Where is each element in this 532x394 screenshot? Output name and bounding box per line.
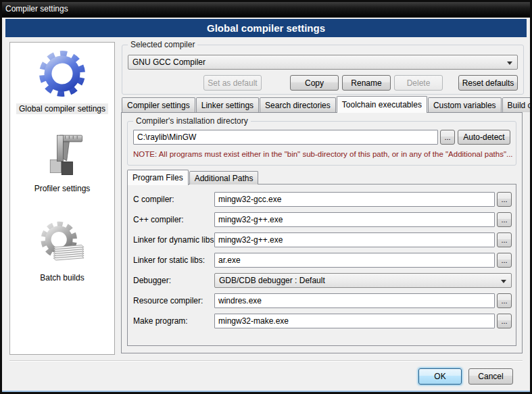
selected-compiler-group-label: Selected compiler	[128, 40, 197, 49]
window-title: Compiler settings	[0, 4, 68, 14]
field-row-resource-compiler: Resource compiler: ...	[133, 293, 512, 308]
browse-c-compiler-button[interactable]: ...	[497, 192, 512, 207]
tab-linker-settings[interactable]: Linker settings	[196, 97, 259, 112]
set-as-default-button[interactable]: Set as default	[203, 75, 262, 91]
blue-gear-icon	[34, 45, 91, 102]
field-label: Make program:	[133, 316, 214, 326]
sidebar-item-global-compiler-settings[interactable]: Global compiler settings	[16, 45, 108, 114]
footer-separator	[9, 360, 523, 362]
field-row-c-compiler: C compiler: ...	[133, 192, 512, 207]
sidebar-item-label: Profiler settings	[32, 183, 93, 194]
field-label: Linker for dynamic libs:	[133, 235, 214, 245]
sidebar-item-label: Batch builds	[37, 272, 87, 283]
browse-directory-button[interactable]: ...	[440, 130, 455, 145]
subtab-additional-paths[interactable]: Additional Paths	[189, 171, 259, 184]
tab-build-options[interactable]: Build options	[502, 97, 532, 112]
browse-dynamic-linker-button[interactable]: ...	[497, 232, 512, 247]
sidebar-item-label: Global compiler settings	[16, 103, 108, 114]
field-label: Linker for static libs:	[133, 255, 214, 265]
browse-static-linker-button[interactable]: ...	[497, 253, 512, 268]
c-compiler-input[interactable]	[214, 192, 495, 207]
field-label: Debugger:	[133, 276, 214, 285]
rename-button[interactable]: Rename	[342, 75, 391, 91]
compiler-actions: Set as default Copy Rename Delete Reset …	[128, 75, 518, 91]
reset-defaults-button[interactable]: Reset defaults	[458, 75, 518, 91]
window-frame-accent	[2, 391, 530, 392]
compiler-select-value: GNU GCC Compiler	[132, 57, 205, 67]
program-files-panel: C compiler: ... C++ compiler: ... Linker…	[127, 184, 516, 346]
browse-make-program-button[interactable]: ...	[497, 314, 512, 328]
ok-button[interactable]: OK	[418, 368, 462, 385]
compiler-select[interactable]: GNU GCC Compiler	[128, 55, 518, 70]
gray-gear-stack-icon	[35, 217, 89, 271]
cancel-button[interactable]: Cancel	[468, 368, 513, 385]
static-linker-input[interactable]	[214, 253, 495, 268]
sidebar-item-profiler-settings[interactable]: Profiler settings	[32, 132, 93, 194]
resource-compiler-input[interactable]	[214, 293, 495, 308]
delete-button[interactable]: Delete	[394, 75, 443, 91]
installation-directory-group-label: Compiler's installation directory	[133, 116, 251, 126]
browse-resource-compiler-button[interactable]: ...	[497, 293, 512, 308]
sidebar-item-batch-builds[interactable]: Batch builds	[35, 217, 89, 283]
field-row-debugger: Debugger: GDB/CDB debugger : Default	[133, 273, 512, 288]
dialog-footer: OK Cancel	[418, 368, 513, 385]
settings-tabstrip: Compiler settings Linker settings Search…	[122, 96, 523, 112]
tab-toolchain-executables[interactable]: Toolchain executables	[337, 96, 427, 113]
installation-directory-row: ... Auto-detect	[133, 130, 510, 145]
field-row-make-program: Make program: ...	[133, 314, 512, 328]
caliper-icon	[37, 132, 87, 182]
field-label: C++ compiler:	[133, 215, 214, 224]
subtab-program-files[interactable]: Program Files	[127, 170, 189, 185]
copy-button[interactable]: Copy	[290, 75, 339, 91]
chevron-down-icon	[507, 61, 512, 65]
dialog-header: Global compiler settings	[5, 19, 527, 37]
field-label: C compiler:	[133, 195, 214, 204]
make-program-input[interactable]	[214, 314, 495, 328]
auto-detect-button[interactable]: Auto-detect	[458, 130, 510, 145]
toolchain-executables-panel: Compiler's installation directory ... Au…	[121, 112, 523, 353]
installation-directory-input[interactable]	[133, 130, 438, 145]
field-label: Resource compiler:	[133, 296, 214, 305]
toolchain-subtabstrip: Program Files Additional Paths	[127, 170, 259, 184]
debugger-select[interactable]: GDB/CDB debugger : Default	[214, 273, 512, 288]
installation-note: NOTE: All programs must exist either in …	[133, 150, 513, 158]
cpp-compiler-input[interactable]	[214, 212, 495, 227]
chevron-down-icon	[501, 280, 506, 283]
browse-cpp-compiler-button[interactable]: ...	[497, 212, 512, 227]
tab-compiler-settings[interactable]: Compiler settings	[122, 97, 195, 112]
field-row-dynamic-linker: Linker for dynamic libs: ...	[133, 232, 512, 247]
installation-directory-group: Compiler's installation directory ... Au…	[127, 121, 516, 166]
settings-category-sidebar: Global compiler settings Profiler settin…	[9, 42, 115, 355]
field-row-cpp-compiler: C++ compiler: ...	[133, 212, 512, 227]
field-row-static-linker: Linker for static libs: ...	[133, 253, 512, 268]
tab-search-directories[interactable]: Search directories	[260, 97, 336, 112]
compiler-settings-dialog: Compiler settings Global compiler settin…	[0, 0, 532, 394]
titlebar[interactable]: Compiler settings	[0, 0, 532, 18]
selected-compiler-group: Selected compiler GNU GCC Compiler Set a…	[122, 45, 524, 95]
debugger-select-value: GDB/CDB debugger : Default	[219, 276, 325, 285]
page-title: Global compiler settings	[207, 22, 325, 34]
tab-custom-variables[interactable]: Custom variables	[428, 97, 502, 112]
dynamic-linker-input[interactable]	[214, 232, 495, 247]
